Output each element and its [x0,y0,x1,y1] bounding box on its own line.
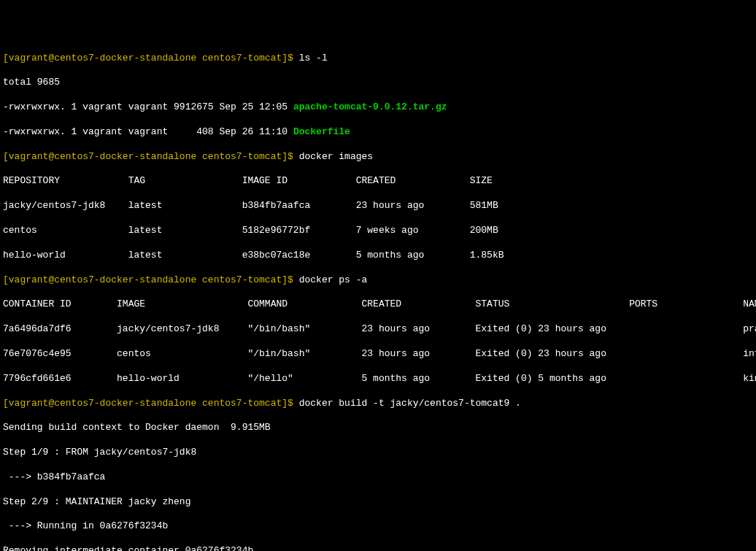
table-header: REPOSITORY TAG IMAGE ID CREATED SIZE [3,175,753,188]
shell-prompt: [vagrant@centos7-docker-standalone cento… [3,151,299,162]
file-perms: -rwxrwxrwx. 1 vagrant vagrant 408 Sep 26… [3,126,293,137]
table-row: 7796cfd661e6 hello-world "/hello" 5 mont… [3,373,753,385]
command-text: docker build -t jacky/centos7-tomcat9 . [299,398,521,409]
table-row: 7a6496da7df6 jacky/centos7-jdk8 "/bin/ba… [3,323,753,336]
shell-prompt: [vagrant@centos7-docker-standalone cento… [3,274,299,285]
terminal-output[interactable]: [vagrant@centos7-docker-standalone cento… [3,53,753,551]
table-header: CONTAINER ID IMAGE COMMAND CREATED STATU… [3,298,753,311]
file-name: apache-tomcat-9.0.12.tar.gz [293,101,447,112]
output-line: ---> Running in 0a6276f3234b [3,520,753,533]
output-line: Step 2/9 : MAINTAINER jacky zheng [3,496,753,509]
table-row: hello-world latest e38bc07ac18e 5 months… [3,250,753,262]
command-text: docker ps -a [299,274,368,285]
output-line: Removing intermediate container 0a6276f3… [3,545,753,551]
command-text: docker images [299,151,373,162]
table-row: jacky/centos7-jdk8 latest b384fb7aafca 2… [3,200,753,212]
file-name: Dockerfile [293,126,350,137]
output-line: total 9685 [3,77,753,89]
shell-prompt: [vagrant@centos7-docker-standalone cento… [3,53,299,63]
output-line: Step 1/9 : FROM jacky/centos7-jdk8 [3,447,753,459]
output-line: Sending build context to Docker daemon 9… [3,422,753,434]
table-row: centos latest 5182e96772bf 7 weeks ago 2… [3,225,753,237]
file-perms: -rwxrwxrwx. 1 vagrant vagrant 9912675 Se… [3,101,293,112]
output-line: ---> b384fb7aafca [3,471,753,484]
command-text: ls -l [299,53,328,63]
table-row: 76e7076c4e95 centos "/bin/bash" 23 hours… [3,348,753,361]
shell-prompt: [vagrant@centos7-docker-standalone cento… [3,398,299,409]
